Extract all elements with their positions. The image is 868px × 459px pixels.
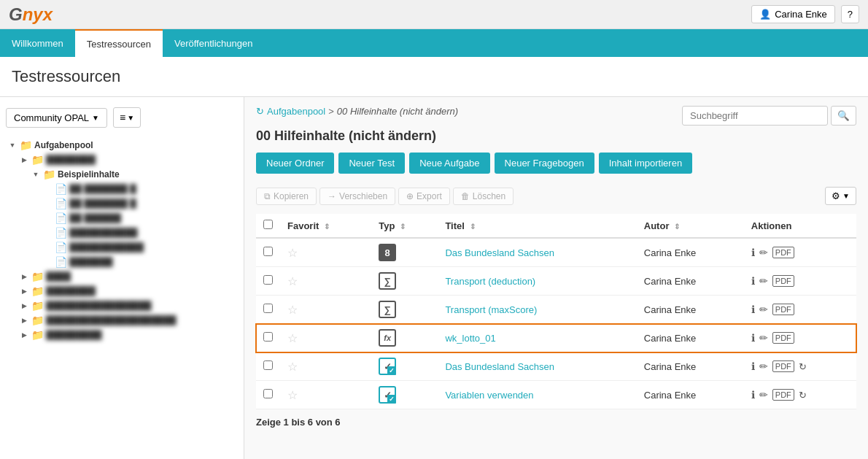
item-title-link[interactable]: Variablen verwenden — [445, 390, 533, 401]
breadcrumb-root[interactable]: Aufgabenpool — [267, 106, 325, 117]
tree-item-beispielinhalte[interactable]: ▼ 📁 Beispielinhalte — [29, 167, 238, 182]
item-title-link[interactable]: Das Bundesland Sachsen — [445, 247, 554, 258]
pool-dropdown[interactable]: Community OPAL ▼ — [6, 108, 107, 128]
type-icon-audio: 8 — [379, 244, 396, 261]
table-row: ☆ fx wk_lotto_01 Carina Enke ℹ ✏ PDF — [256, 324, 856, 352]
expand-icon: ▶ — [19, 301, 29, 311]
edit-icon[interactable]: ✏ — [759, 389, 768, 401]
item-title-link[interactable]: Das Bundesland Sachsen — [445, 361, 554, 372]
tree-item-child2[interactable]: ▶ 📁 ████ — [18, 269, 238, 284]
logo-text: Gnyx — [9, 4, 53, 25]
row-checkbox[interactable] — [263, 304, 273, 313]
tree-item-child4[interactable]: ▶ 📁 █████████████████ — [18, 298, 238, 313]
nav-testressourcen[interactable]: Testressourcen — [75, 29, 163, 57]
edit-icon[interactable]: ✏ — [759, 275, 768, 287]
preview-icon[interactable]: PDF — [772, 275, 794, 287]
preview-icon[interactable]: PDF — [772, 332, 794, 344]
favorite-icon[interactable]: ☆ — [287, 389, 298, 401]
new-task-button[interactable]: Neue Aufgabe — [409, 153, 489, 174]
search-input[interactable] — [682, 106, 828, 126]
expand-spacer — [42, 228, 53, 238]
new-folder-button[interactable]: Neuer Ordner — [256, 153, 334, 174]
row-checkbox[interactable] — [263, 275, 273, 285]
col-favorit[interactable]: Favorit ⇕ — [280, 214, 371, 238]
list-icon: ≡ — [120, 112, 125, 123]
col-autor[interactable]: Autor ⇕ — [637, 214, 744, 238]
tree-item-child6[interactable]: ▶ 📁 █████████ — [18, 328, 238, 342]
col-titel[interactable]: Titel ⇕ — [438, 214, 636, 238]
tree-root[interactable]: ▼ 📁 Aufgabenpool — [6, 138, 238, 153]
tree-item-c3[interactable]: 📄 ██ ██████ — [41, 211, 238, 225]
import-button[interactable]: Inhalt importieren — [599, 153, 692, 174]
info-icon[interactable]: ℹ — [751, 389, 755, 401]
row-checkbox[interactable] — [263, 247, 273, 256]
info-icon[interactable]: ℹ — [751, 332, 755, 344]
nav-veroeffentlichungen[interactable]: Veröffentlichungen — [163, 29, 264, 57]
user-button[interactable]: 👤 Carina Enke — [751, 5, 835, 23]
view-button[interactable]: ≡ ▼ — [113, 107, 141, 128]
tree-item-c5[interactable]: 📄 ████████████ — [41, 240, 238, 255]
move-button[interactable]: → Verschieben — [319, 188, 395, 205]
copy-button[interactable]: ⧉ Kopieren — [256, 188, 317, 205]
data-table: Favorit ⇕ Typ ⇕ Titel ⇕ Autor — [256, 214, 856, 409]
tree-item-child3[interactable]: ▶ 📁 ████████ — [18, 284, 238, 298]
tree-item-child5[interactable]: ▶ 📁 █████████████████████ — [18, 313, 238, 328]
tree-item-c2[interactable]: 📄 ██ ███████ █ — [41, 196, 238, 211]
row-checkbox[interactable] — [263, 332, 273, 342]
folder-icon: 📄 — [55, 212, 67, 224]
tree-label-c1: ██ ███████ █ — [69, 184, 136, 194]
info-icon[interactable]: ℹ — [751, 360, 755, 372]
row-checkbox[interactable] — [263, 389, 273, 398]
action-icons: ℹ ✏ PDF ↻ — [751, 389, 849, 401]
search-button[interactable]: 🔍 — [831, 106, 856, 126]
favorite-icon[interactable]: ☆ — [287, 360, 298, 373]
tree-item-c6[interactable]: 📄 ███████ — [41, 255, 238, 269]
favorite-icon[interactable]: ☆ — [287, 304, 298, 316]
favorite-icon[interactable]: ☆ — [287, 247, 298, 259]
edit-icon[interactable]: ✏ — [759, 247, 768, 258]
extra2-icon[interactable]: ↻ — [799, 390, 807, 401]
tree-children-beispielinhalte: 📄 ██ ███████ █ 📄 ██ ███████ █ 📄 — [29, 182, 238, 269]
favorite-icon[interactable]: ☆ — [287, 275, 298, 288]
nav-willkommen[interactable]: Willkommen — [0, 29, 75, 57]
info-icon[interactable]: ℹ — [751, 304, 755, 315]
copy-icon: ⧉ — [264, 191, 271, 201]
favorite-icon[interactable]: ☆ — [287, 332, 298, 344]
preview-icon[interactable]: PDF — [772, 389, 794, 401]
expand-spacer — [42, 198, 53, 209]
extra-icon[interactable]: ↻ — [799, 361, 807, 372]
settings-button[interactable]: ⚙ ▼ — [825, 187, 856, 205]
item-title-link[interactable]: Transport (deduction) — [445, 276, 535, 287]
info-icon[interactable]: ℹ — [751, 275, 755, 287]
tree-label-child5: █████████████████████ — [46, 315, 177, 325]
preview-icon[interactable]: PDF — [772, 304, 794, 315]
col-typ[interactable]: Typ ⇕ — [371, 214, 438, 238]
folder-icon: 📄 — [55, 242, 67, 253]
tree-item-child1[interactable]: ▶ 📁 ████████ — [18, 153, 238, 167]
export-button[interactable]: ⊕ Export — [398, 188, 450, 205]
new-questionnaire-button[interactable]: Neuer Fragebogen — [495, 153, 594, 174]
sidebar: Community OPAL ▼ ≡ ▼ ▼ 📁 Aufgabenpool — [0, 97, 244, 459]
preview-icon[interactable]: PDF — [772, 360, 794, 372]
table-toolbar: ⧉ Kopieren → Verschieben ⊕ Export 🗑 Lösc… — [256, 184, 856, 208]
tree-label-child4: █████████████████ — [46, 301, 152, 311]
expand-icon: ▼ — [31, 169, 41, 180]
preview-icon[interactable]: PDF — [772, 247, 794, 258]
select-all-checkbox[interactable] — [263, 220, 273, 229]
edit-icon[interactable]: ✏ — [759, 360, 768, 372]
item-title-link[interactable]: Transport (maxScore) — [445, 304, 537, 315]
edit-icon[interactable]: ✏ — [759, 332, 768, 344]
folder-icon: 📁 — [31, 300, 44, 312]
top-bar-right: 👤 Carina Enke ? — [751, 5, 859, 23]
info-icon[interactable]: ℹ — [751, 247, 755, 258]
tree-item-c4[interactable]: 📄 ███████████ — [41, 225, 238, 240]
new-test-button[interactable]: Neuer Test — [338, 153, 405, 174]
type-icon-check: ✓ ✓ — [379, 358, 396, 375]
help-button[interactable]: ? — [841, 5, 859, 23]
type-icon-check2: ✓ ✓ — [379, 386, 396, 404]
row-checkbox[interactable] — [263, 360, 273, 370]
edit-icon[interactable]: ✏ — [759, 304, 768, 315]
delete-button[interactable]: 🗑 Löschen — [453, 188, 514, 205]
item-title-link[interactable]: wk_lotto_01 — [445, 333, 495, 344]
tree-item-c1[interactable]: 📄 ██ ███████ █ — [41, 182, 238, 196]
